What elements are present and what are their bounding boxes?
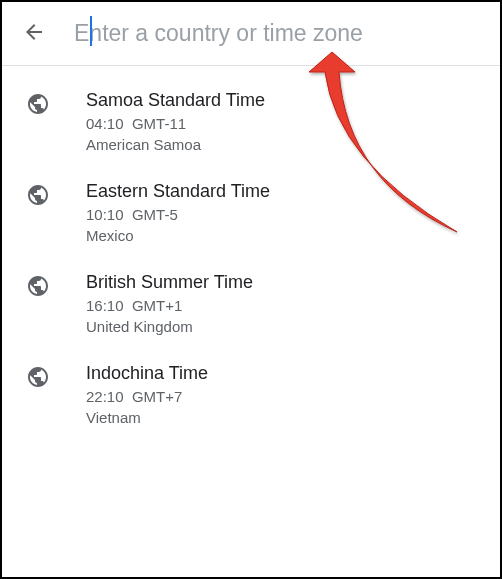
back-button[interactable] — [22, 22, 46, 46]
timezone-name: Samoa Standard Time — [86, 90, 480, 111]
timezone-name: Eastern Standard Time — [86, 181, 480, 202]
search-header — [2, 2, 500, 66]
timezone-region: United Kingdom — [86, 318, 480, 335]
timezone-time: 16:10 GMT+1 — [86, 297, 480, 314]
timezone-region: Vietnam — [86, 409, 480, 426]
timezone-time: 22:10 GMT+7 — [86, 388, 480, 405]
globe-icon — [26, 92, 50, 116]
timezone-region: American Samoa — [86, 136, 480, 153]
list-item[interactable]: British Summer Time 16:10 GMT+1 United K… — [2, 258, 500, 349]
list-item[interactable]: Samoa Standard Time 04:10 GMT-11 America… — [2, 76, 500, 167]
timezone-time: 10:10 GMT-5 — [86, 206, 480, 223]
search-input[interactable] — [74, 20, 480, 47]
timezone-name: British Summer Time — [86, 272, 480, 293]
timezone-region: Mexico — [86, 227, 480, 244]
item-content: Samoa Standard Time 04:10 GMT-11 America… — [86, 90, 480, 153]
item-content: Indochina Time 22:10 GMT+7 Vietnam — [86, 363, 480, 426]
timezone-list: Samoa Standard Time 04:10 GMT-11 America… — [2, 66, 500, 450]
list-item[interactable]: Indochina Time 22:10 GMT+7 Vietnam — [2, 349, 500, 440]
globe-icon — [26, 183, 50, 207]
globe-icon — [26, 274, 50, 298]
item-content: British Summer Time 16:10 GMT+1 United K… — [86, 272, 480, 335]
timezone-time: 04:10 GMT-11 — [86, 115, 480, 132]
timezone-name: Indochina Time — [86, 363, 480, 384]
list-item[interactable]: Eastern Standard Time 10:10 GMT-5 Mexico — [2, 167, 500, 258]
back-arrow-icon — [22, 20, 46, 48]
item-content: Eastern Standard Time 10:10 GMT-5 Mexico — [86, 181, 480, 244]
text-cursor — [90, 16, 92, 46]
globe-icon — [26, 365, 50, 389]
